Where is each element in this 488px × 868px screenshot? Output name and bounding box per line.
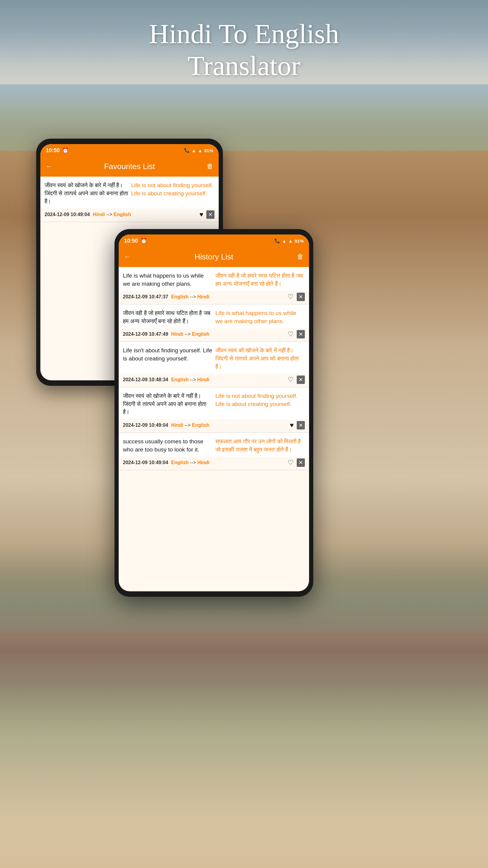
hist-heart-3[interactable]: ♡	[288, 376, 294, 384]
hist-item-3-date: 2024-12-09 10:48:34	[123, 377, 168, 382]
hist-item-4-right: Life is not about finding yourself. Life…	[216, 392, 305, 416]
history-screen: 10:50 ⏰ 📞 ▲ ▲ 81% ← History List 🗑 Life …	[119, 235, 309, 591]
hist-item-5-date: 2024-12-09 10:49:04	[123, 460, 168, 465]
status-left-front: 10:50 ⏰	[124, 238, 147, 244]
hist-item-3-footer: 2024-12-09 10:48:34 English --> Hindi ♡ …	[119, 374, 309, 387]
hist-item-4-left: जीवन स्वयं को खोजने के बारे में नहीं है।…	[123, 392, 213, 416]
hist-item-5-actions: ♡ ✕	[288, 458, 305, 467]
phone-front: 10:50 ⏰ 📞 ▲ ▲ 81% ← History List 🗑 Life …	[115, 229, 313, 597]
status-right-front: 📞 ▲ ▲ 81%	[274, 238, 304, 244]
battery-back: 81%	[204, 148, 213, 153]
hist-item-1-content: Life is what happens to us while we are …	[119, 267, 309, 291]
hist-item-2-content: जीवन वही है जो हमारे साथ घटित होता है जब…	[119, 304, 309, 328]
hist-delete-4[interactable]: ✕	[297, 421, 305, 430]
delete-all-hist[interactable]: 🗑	[297, 253, 304, 261]
title-section: Hindi To English Translator	[0, 18, 488, 82]
favourites-title: Favourites List	[56, 162, 203, 171]
status-right: 📞 ▲ ▲ 81%	[184, 148, 213, 153]
fav-item-1-content: जीवन स्वयं को खोजने के बारे में नहीं है।…	[40, 177, 219, 209]
fav-item-1-hindi: जीवन स्वयं को खोजने के बारे में नहीं है।…	[44, 181, 128, 206]
sand-bottom	[0, 687, 488, 868]
fav-item-1-actions: ♥ ✕	[199, 210, 215, 219]
battery-front: 81%	[295, 239, 304, 244]
delete-all-fav[interactable]: 🗑	[207, 162, 213, 170]
fav-item-1-date: 2024-12-09 10:49:04	[44, 212, 90, 217]
hist-item-3-actions: ♡ ✕	[288, 375, 305, 384]
alarm-icon: ⏰	[62, 147, 69, 154]
fav-item-1-footer: 2024-12-09 10:49:04 Hindi --> English ♥ …	[40, 209, 219, 222]
back-button-fav[interactable]: ←	[46, 162, 53, 170]
hist-item-4-footer: 2024-12-09 10:49:04 Hindi --> English ♥ …	[119, 419, 309, 433]
call-icon: 📞	[184, 148, 190, 153]
hist-item-5-left: success usually comes to those who are t…	[123, 438, 213, 454]
hist-item-2-actions: ♡ ✕	[288, 330, 305, 338]
hist-item-3-content: Life isn't about finding yourself. Life …	[119, 342, 309, 374]
hist-item-4-content: जीवन स्वयं को खोजने के बारे में नहीं है।…	[119, 387, 309, 419]
wave-top	[0, 84, 488, 145]
history-title: History List	[134, 252, 293, 261]
title-line2: Translator	[188, 50, 301, 81]
status-bar-back: 10:50 ⏰ 📞 ▲ ▲ 81%	[40, 144, 219, 157]
time-back: 10:50	[46, 147, 60, 154]
hist-item-4-actions: ♥ ✕	[290, 421, 305, 430]
status-left: 10:50 ⏰	[46, 147, 69, 154]
hist-item-3-left: Life isn't about finding yourself. Life …	[123, 347, 213, 371]
hist-item-5-right: सफलता आम तौर पर उन लोगों को मिलती है जो …	[216, 438, 305, 454]
call-icon-front: 📞	[274, 238, 280, 244]
hist-item-4: जीवन स्वयं को खोजने के बारे में नहीं है।…	[119, 387, 309, 433]
hist-item-5-lang: English --> Hindi	[171, 460, 209, 465]
hist-item-1-date: 2024-12-09 10:47:37	[123, 294, 168, 300]
fav-heart-1[interactable]: ♥	[199, 211, 203, 218]
hist-item-2-right: Life is what happens to us while we are …	[216, 309, 305, 325]
hist-item-5-content: success usually comes to those who are t…	[119, 433, 309, 457]
app-bar-favourites: ← Favourites List 🗑	[40, 157, 219, 176]
hist-item-1-actions: ♡ ✕	[288, 293, 305, 301]
wifi-icon-front: ▲	[282, 239, 287, 244]
hist-heart-5[interactable]: ♡	[288, 459, 294, 467]
hist-item-3-right: जीवन स्वयं को खोजने के बारे में नहीं है।…	[216, 347, 305, 371]
app-bar-history: ← History List 🗑	[119, 247, 309, 267]
title-line1: Hindi To English	[149, 19, 339, 49]
hist-item-4-lang: Hindi --> English	[171, 423, 209, 428]
page-title: Hindi To English Translator	[0, 18, 488, 82]
hist-item-2: जीवन वही है जो हमारे साथ घटित होता है जब…	[119, 304, 309, 342]
hist-item-5-footer: 2024-12-09 10:49:04 English --> Hindi ♡ …	[119, 457, 309, 470]
hist-item-1-right: जीवन वही है जो हमारे साथ घटित होता है जब…	[216, 272, 305, 288]
hist-item-2-lang: Hindi --> English	[171, 332, 209, 337]
status-bar-front: 10:50 ⏰ 📞 ▲ ▲ 81%	[119, 235, 309, 247]
hist-heart-1[interactable]: ♡	[288, 293, 294, 301]
alarm-icon-front: ⏰	[140, 238, 147, 244]
hist-item-2-left: जीवन वही है जो हमारे साथ घटित होता है जब…	[123, 309, 213, 325]
hist-item-2-footer: 2024-12-09 10:47:49 Hindi --> English ♡ …	[119, 328, 309, 341]
wifi-icon: ▲	[192, 148, 196, 153]
signal-icon: ▲	[198, 148, 202, 153]
fav-item-1-lang: Hindi --> English	[93, 212, 131, 217]
hist-item-5: success usually comes to those who are t…	[119, 433, 309, 470]
hist-item-1: Life is what happens to us while we are …	[119, 267, 309, 304]
hist-delete-1[interactable]: ✕	[297, 293, 305, 301]
back-button-hist[interactable]: ←	[124, 253, 131, 261]
hist-item-1-lang: English --> Hindi	[171, 294, 209, 300]
time-front: 10:50	[124, 238, 138, 244]
hist-item-4-date: 2024-12-09 10:49:04	[123, 423, 168, 428]
hist-item-1-left: Life is what happens to us while we are …	[123, 272, 213, 288]
fav-item-1: जीवन स्वयं को खोजने के बारे में नहीं है।…	[40, 177, 219, 222]
hist-heart-2[interactable]: ♡	[288, 330, 294, 338]
hist-delete-2[interactable]: ✕	[297, 330, 305, 338]
fav-delete-1[interactable]: ✕	[206, 210, 215, 219]
hist-delete-5[interactable]: ✕	[297, 458, 305, 467]
hist-item-3-lang: English --> Hindi	[171, 377, 209, 382]
hist-item-3: Life isn't about finding yourself. Life …	[119, 342, 309, 387]
hist-delete-3[interactable]: ✕	[297, 375, 305, 384]
hist-item-2-date: 2024-12-09 10:47:49	[123, 332, 168, 337]
fav-item-1-english: Life is not about finding yourself. Life…	[131, 181, 215, 206]
signal-icon-front: ▲	[288, 239, 293, 244]
hist-item-1-footer: 2024-12-09 10:47:37 English --> Hindi ♡ …	[119, 291, 309, 304]
hist-heart-4[interactable]: ♥	[290, 421, 294, 429]
